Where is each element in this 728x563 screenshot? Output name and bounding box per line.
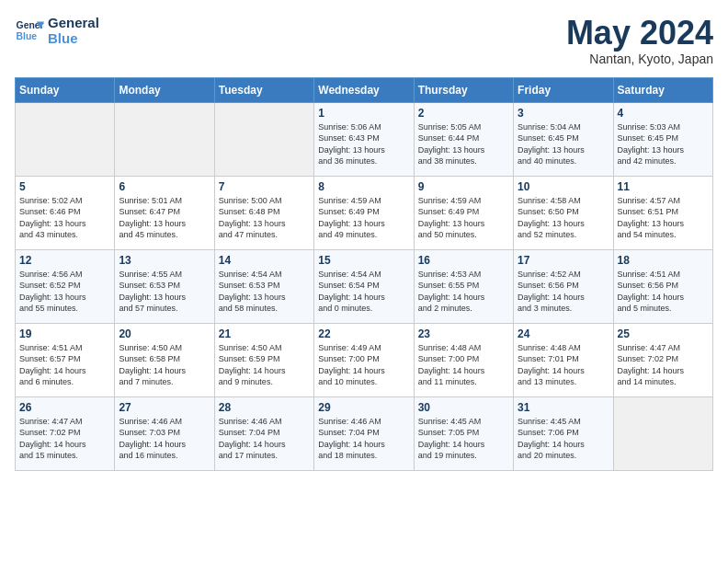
calendar-cell: 13Sunrise: 4:55 AM Sunset: 6:53 PM Dayli… (115, 249, 214, 323)
calendar-cell: 29Sunrise: 4:46 AM Sunset: 7:04 PM Dayli… (314, 396, 414, 470)
calendar-header: SundayMondayTuesdayWednesdayThursdayFrid… (16, 77, 713, 102)
calendar-cell: 17Sunrise: 4:52 AM Sunset: 6:56 PM Dayli… (514, 249, 613, 323)
day-info: Sunrise: 4:47 AM Sunset: 7:02 PM Dayligh… (618, 342, 709, 388)
day-number: 8 (318, 180, 409, 193)
svg-text:Blue: Blue (17, 31, 38, 41)
day-number: 22 (318, 327, 409, 340)
weekday-header: Friday (514, 77, 613, 102)
calendar-week-row: 12Sunrise: 4:56 AM Sunset: 6:52 PM Dayli… (16, 249, 713, 323)
day-number: 20 (119, 327, 210, 340)
day-number: 10 (518, 180, 609, 193)
calendar-cell: 18Sunrise: 4:51 AM Sunset: 6:56 PM Dayli… (613, 249, 712, 323)
weekday-header: Thursday (414, 77, 513, 102)
day-number: 5 (19, 180, 110, 193)
logo-icon: General Blue (15, 16, 44, 45)
day-info: Sunrise: 5:06 AM Sunset: 6:43 PM Dayligh… (318, 121, 409, 167)
calendar-cell: 20Sunrise: 4:50 AM Sunset: 6:58 PM Dayli… (115, 323, 214, 396)
calendar-cell: 28Sunrise: 4:46 AM Sunset: 7:04 PM Dayli… (214, 396, 313, 470)
day-number: 30 (418, 401, 509, 414)
calendar-cell: 26Sunrise: 4:47 AM Sunset: 7:02 PM Dayli… (16, 396, 115, 470)
calendar-cell: 6Sunrise: 5:01 AM Sunset: 6:47 PM Daylig… (115, 176, 214, 249)
calendar-cell: 25Sunrise: 4:47 AM Sunset: 7:02 PM Dayli… (613, 323, 712, 396)
calendar-cell: 4Sunrise: 5:03 AM Sunset: 6:45 PM Daylig… (613, 102, 712, 176)
weekday-header: Saturday (613, 77, 712, 102)
calendar-table: SundayMondayTuesdayWednesdayThursdayFrid… (15, 77, 713, 471)
logo: General Blue General Blue (15, 15, 99, 46)
weekday-header: Wednesday (314, 77, 414, 102)
weekday-header: Monday (115, 77, 214, 102)
day-number: 29 (318, 401, 409, 414)
day-info: Sunrise: 4:52 AM Sunset: 6:56 PM Dayligh… (518, 269, 609, 315)
day-number: 26 (19, 401, 110, 414)
day-info: Sunrise: 4:59 AM Sunset: 6:49 PM Dayligh… (318, 195, 409, 241)
day-info: Sunrise: 5:01 AM Sunset: 6:47 PM Dayligh… (119, 195, 210, 241)
logo-text-general: General (48, 15, 99, 30)
calendar-cell: 31Sunrise: 4:45 AM Sunset: 7:06 PM Dayli… (514, 396, 613, 470)
day-number: 2 (418, 107, 509, 120)
calendar-cell: 12Sunrise: 4:56 AM Sunset: 6:52 PM Dayli… (16, 249, 115, 323)
day-info: Sunrise: 5:03 AM Sunset: 6:45 PM Dayligh… (618, 121, 709, 167)
day-number: 24 (518, 327, 609, 340)
day-info: Sunrise: 4:51 AM Sunset: 6:56 PM Dayligh… (618, 269, 709, 315)
day-info: Sunrise: 4:48 AM Sunset: 7:01 PM Dayligh… (518, 342, 609, 388)
day-info: Sunrise: 4:49 AM Sunset: 7:00 PM Dayligh… (318, 342, 409, 388)
location: Nantan, Kyoto, Japan (566, 52, 713, 66)
calendar-cell: 27Sunrise: 4:46 AM Sunset: 7:03 PM Dayli… (115, 396, 214, 470)
calendar-cell (214, 102, 313, 176)
weekday-row: SundayMondayTuesdayWednesdayThursdayFrid… (16, 77, 713, 102)
page-header: General Blue General Blue May 2024 Nanta… (15, 15, 713, 66)
day-info: Sunrise: 4:48 AM Sunset: 7:00 PM Dayligh… (418, 342, 509, 388)
weekday-header: Sunday (16, 77, 115, 102)
day-number: 12 (19, 254, 110, 267)
day-info: Sunrise: 4:50 AM Sunset: 6:59 PM Dayligh… (219, 342, 310, 388)
calendar-cell (115, 102, 214, 176)
month-title: May 2024 (566, 15, 713, 52)
calendar-cell: 1Sunrise: 5:06 AM Sunset: 6:43 PM Daylig… (314, 102, 414, 176)
day-info: Sunrise: 4:50 AM Sunset: 6:58 PM Dayligh… (119, 342, 210, 388)
day-number: 14 (219, 254, 310, 267)
day-number: 16 (418, 254, 509, 267)
calendar-week-row: 5Sunrise: 5:02 AM Sunset: 6:46 PM Daylig… (16, 176, 713, 249)
calendar-cell: 15Sunrise: 4:54 AM Sunset: 6:54 PM Dayli… (314, 249, 414, 323)
day-number: 9 (418, 180, 509, 193)
title-block: May 2024 Nantan, Kyoto, Japan (566, 15, 713, 66)
day-info: Sunrise: 4:57 AM Sunset: 6:51 PM Dayligh… (618, 195, 709, 241)
calendar-cell: 30Sunrise: 4:45 AM Sunset: 7:05 PM Dayli… (414, 396, 513, 470)
day-number: 27 (119, 401, 210, 414)
day-info: Sunrise: 4:59 AM Sunset: 6:49 PM Dayligh… (418, 195, 509, 241)
calendar-cell: 22Sunrise: 4:49 AM Sunset: 7:00 PM Dayli… (314, 323, 414, 396)
day-number: 1 (318, 107, 409, 120)
day-info: Sunrise: 4:53 AM Sunset: 6:55 PM Dayligh… (418, 269, 509, 315)
logo-text-blue: Blue (48, 30, 99, 46)
day-info: Sunrise: 4:46 AM Sunset: 7:03 PM Dayligh… (119, 416, 210, 462)
day-number: 25 (618, 327, 709, 340)
day-info: Sunrise: 4:47 AM Sunset: 7:02 PM Dayligh… (19, 416, 110, 462)
day-number: 13 (119, 254, 210, 267)
calendar-body: 1Sunrise: 5:06 AM Sunset: 6:43 PM Daylig… (16, 102, 713, 470)
calendar-week-row: 26Sunrise: 4:47 AM Sunset: 7:02 PM Dayli… (16, 396, 713, 470)
calendar-cell: 10Sunrise: 4:58 AM Sunset: 6:50 PM Dayli… (514, 176, 613, 249)
day-number: 3 (518, 107, 609, 120)
day-number: 23 (418, 327, 509, 340)
day-number: 6 (119, 180, 210, 193)
calendar-cell (16, 102, 115, 176)
day-info: Sunrise: 4:54 AM Sunset: 6:54 PM Dayligh… (318, 269, 409, 315)
calendar-cell: 23Sunrise: 4:48 AM Sunset: 7:00 PM Dayli… (414, 323, 513, 396)
calendar-cell: 11Sunrise: 4:57 AM Sunset: 6:51 PM Dayli… (613, 176, 712, 249)
day-number: 18 (618, 254, 709, 267)
day-info: Sunrise: 5:04 AM Sunset: 6:45 PM Dayligh… (518, 121, 609, 167)
day-number: 19 (19, 327, 110, 340)
calendar-cell: 16Sunrise: 4:53 AM Sunset: 6:55 PM Dayli… (414, 249, 513, 323)
day-info: Sunrise: 4:46 AM Sunset: 7:04 PM Dayligh… (318, 416, 409, 462)
calendar-cell: 5Sunrise: 5:02 AM Sunset: 6:46 PM Daylig… (16, 176, 115, 249)
day-info: Sunrise: 4:54 AM Sunset: 6:53 PM Dayligh… (219, 269, 310, 315)
day-number: 11 (618, 180, 709, 193)
day-info: Sunrise: 5:02 AM Sunset: 6:46 PM Dayligh… (19, 195, 110, 241)
calendar-cell: 21Sunrise: 4:50 AM Sunset: 6:59 PM Dayli… (214, 323, 313, 396)
day-number: 7 (219, 180, 310, 193)
day-info: Sunrise: 4:55 AM Sunset: 6:53 PM Dayligh… (119, 269, 210, 315)
day-number: 17 (518, 254, 609, 267)
day-info: Sunrise: 4:56 AM Sunset: 6:52 PM Dayligh… (19, 269, 110, 315)
day-info: Sunrise: 4:46 AM Sunset: 7:04 PM Dayligh… (219, 416, 310, 462)
calendar-week-row: 19Sunrise: 4:51 AM Sunset: 6:57 PM Dayli… (16, 323, 713, 396)
